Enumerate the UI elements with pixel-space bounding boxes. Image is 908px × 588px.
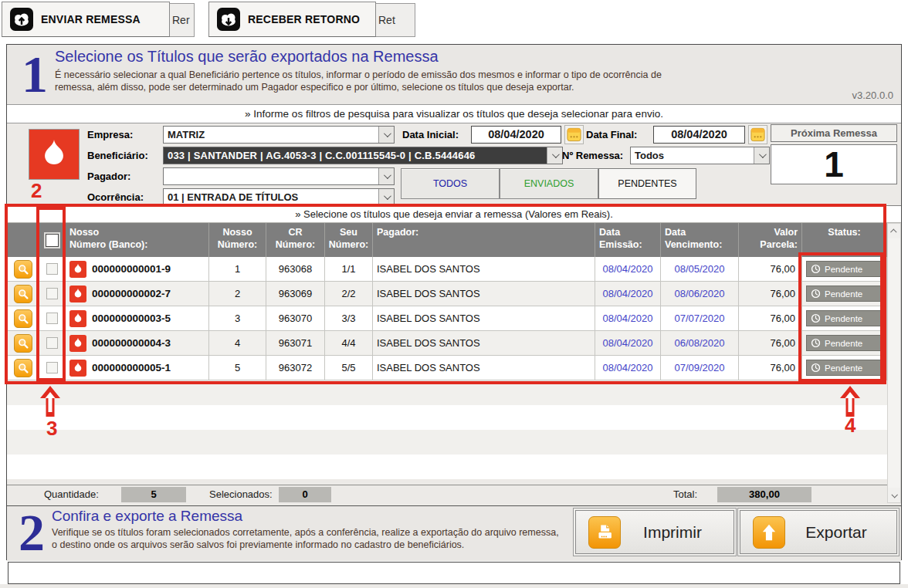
- row-detail-cell: [7, 356, 39, 380]
- data-vencimento-cell: 07/09/2020: [661, 356, 739, 380]
- ocorrencia-select[interactable]: 01 | ENTRADA DE TÍTULOS: [163, 188, 395, 206]
- select-all-checkbox[interactable]: [46, 234, 59, 247]
- cloud-download-icon: [217, 8, 240, 31]
- table-row: 000000000003-539630703/3ISABEL DOS SANTO…: [7, 306, 887, 331]
- magnifier-icon[interactable]: [14, 334, 32, 353]
- chevron-down-icon[interactable]: [754, 147, 769, 164]
- tab-fragment-remessas[interactable]: Rer: [169, 3, 195, 37]
- status-bar: [8, 562, 900, 584]
- seu-numero-cell: 2/2: [325, 282, 373, 306]
- empty-row: [7, 430, 887, 455]
- chevron-down-icon[interactable]: [378, 189, 394, 205]
- col-valor-parcela: ValorParcela:: [739, 223, 802, 257]
- santander-logo: [29, 129, 80, 180]
- tab-enviar-remessa[interactable]: ENVIAR REMESSA: [2, 2, 170, 37]
- tab-receber-retorno[interactable]: RECEBER RETORNO: [208, 2, 376, 37]
- valor-parcela-cell: 76,00: [739, 331, 802, 356]
- upload-arrow-icon: [753, 516, 785, 549]
- col-pagador: Pagador:: [373, 223, 595, 257]
- selecionados-value: 0: [279, 487, 331, 502]
- row-checkbox-cell: [39, 331, 66, 356]
- tab-label: RECEBER RETORNO: [248, 13, 360, 25]
- ocorrencia-label: Ocorrência:: [87, 191, 144, 203]
- tab-label: ENVIAR REMESSA: [41, 13, 141, 25]
- status-cell: Pendente: [802, 331, 887, 356]
- ocorrencia-value: 01 | ENTRADA DE TÍTULOS: [164, 191, 378, 203]
- total-value: 380,00: [717, 487, 811, 502]
- imprimir-button[interactable]: Imprimir: [575, 510, 734, 554]
- status-cell: Pendente: [802, 257, 887, 282]
- n-remessa-select[interactable]: Todos: [630, 147, 770, 164]
- table-instruction: » Selecione os títulos que deseja enviar…: [7, 206, 901, 223]
- filter-enviados-button[interactable]: ENVIADOS: [500, 168, 598, 199]
- row-checkbox[interactable]: [46, 313, 58, 324]
- col-cr-numero: CRNúmero:: [266, 223, 325, 257]
- data-final-input[interactable]: 08/04/2020: [653, 126, 745, 144]
- col-nosso-numero-banco: NossoNúmero (Banco):: [66, 223, 209, 257]
- magnifier-icon[interactable]: [14, 260, 32, 279]
- row-checkbox[interactable]: [46, 263, 58, 275]
- scroll-up-icon[interactable]: [888, 224, 900, 238]
- valor-parcela-cell: 76,00: [739, 356, 802, 380]
- beneficiario-label: Beneficiário:: [87, 150, 148, 161]
- data-vencimento-cell: 08/06/2020: [661, 282, 739, 306]
- row-checkbox[interactable]: [46, 337, 58, 349]
- magnifier-icon[interactable]: [14, 359, 32, 377]
- scroll-down-icon[interactable]: [888, 488, 900, 502]
- filter-todos-button[interactable]: TODOS: [401, 168, 500, 199]
- table-header: NossoNúmero (Banco): NossoNúmero: CRNúme…: [7, 223, 887, 257]
- empty-row: [7, 455, 887, 479]
- beneficiario-value: 033 | SANTANDER | AG.4053-3 | C.C.001115…: [164, 150, 547, 161]
- data-emissao-cell: 08/04/2020: [595, 306, 661, 331]
- cr-numero-cell: 963070: [266, 306, 325, 331]
- step2-section: 2 Confira e exporte a Remessa Verifique …: [7, 505, 901, 561]
- magnifier-icon[interactable]: [14, 285, 32, 303]
- status-badge: Pendente: [806, 360, 883, 376]
- step1-number: 1: [15, 45, 55, 103]
- cr-numero-cell: 963069: [266, 282, 325, 306]
- calendar-icon[interactable]: [564, 125, 584, 144]
- data-vencimento-cell: 06/08/2020: [661, 331, 739, 356]
- row-checkbox[interactable]: [46, 362, 58, 373]
- chevron-down-icon[interactable]: [547, 147, 562, 164]
- step1-header: 1 Selecione os Títulos que serão exporta…: [7, 45, 901, 105]
- table-scrollbar[interactable]: [887, 223, 901, 503]
- status-cell: Pendente: [802, 306, 887, 331]
- titles-table-body: 000000000001-919630681/1ISABEL DOS SANTO…: [7, 257, 887, 380]
- empresa-select[interactable]: MATRIZ: [163, 126, 395, 144]
- nosso-numero-cell: 4: [209, 331, 266, 356]
- pagador-cell: ISABEL DOS SANTOS: [373, 356, 595, 380]
- row-checkbox[interactable]: [46, 288, 58, 299]
- row-detail-cell: [7, 331, 39, 356]
- app-window: ENVIAR REMESSA Rer RECEBER RETORNO Ret 1…: [0, 0, 908, 588]
- table-row: 000000000002-729630692/2ISABEL DOS SANTO…: [7, 282, 887, 306]
- nosso-numero-banco-cell: 000000000003-5: [66, 306, 209, 331]
- status-cell: Pendente: [802, 356, 887, 380]
- data-inicial-input[interactable]: 08/04/2020: [471, 126, 561, 144]
- col-nosso-numero: NossoNúmero:: [209, 223, 266, 257]
- table-empty-area: [7, 380, 887, 479]
- tab-fragment-retornos[interactable]: Ret: [375, 3, 415, 37]
- row-checkbox-cell: [39, 356, 66, 380]
- seu-numero-cell: 3/3: [325, 306, 373, 331]
- data-vencimento-cell: 08/05/2020: [661, 257, 739, 282]
- data-emissao-cell: 08/04/2020: [595, 331, 661, 356]
- valor-parcela-cell: 76,00: [739, 282, 802, 306]
- seu-numero-cell: 5/5: [325, 356, 373, 380]
- table-row: 000000000005-159630725/5ISABEL DOS SANTO…: [7, 356, 887, 380]
- magnifier-icon[interactable]: [14, 309, 32, 328]
- chevron-down-icon[interactable]: [378, 127, 394, 143]
- selecionados-label: Selecionados:: [209, 485, 273, 504]
- pagador-select[interactable]: [163, 167, 395, 185]
- filter-pendentes-button[interactable]: PENDENTES: [598, 168, 696, 199]
- status-badge: Pendente: [806, 310, 883, 326]
- nosso-numero-banco-cell: 000000000002-7: [66, 282, 209, 306]
- row-detail-cell: [7, 306, 39, 331]
- exportar-button[interactable]: Exportar: [740, 510, 897, 554]
- printer-icon: [588, 516, 621, 549]
- chevron-down-icon[interactable]: [378, 168, 394, 184]
- calendar-icon[interactable]: [748, 125, 767, 144]
- status-badge: Pendente: [806, 286, 883, 302]
- beneficiario-select[interactable]: 033 | SANTANDER | AG.4053-3 | C.C.001115…: [163, 147, 563, 164]
- nosso-numero-cell: 5: [209, 356, 266, 380]
